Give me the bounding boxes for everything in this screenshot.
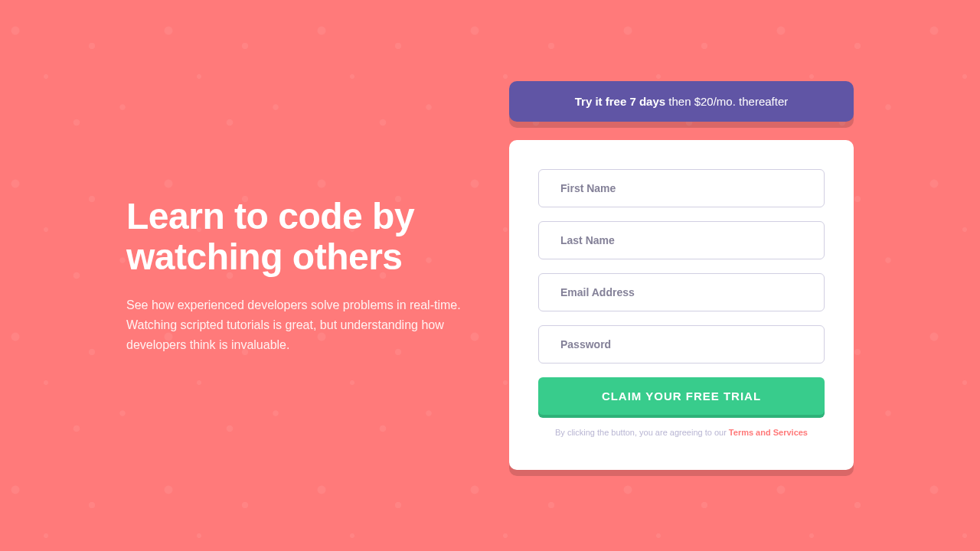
email-input[interactable] [538, 273, 825, 311]
last-name-input[interactable] [538, 221, 825, 259]
submit-button[interactable]: CLAIM YOUR FREE TRIAL [538, 377, 825, 415]
terms-link[interactable]: Terms and Services [729, 428, 808, 437]
offer-rest-text: then $20/mo. thereafter [665, 95, 788, 108]
signup-section: Try it free 7 days then $20/mo. thereaft… [509, 81, 854, 470]
hero-description: See how experienced developers solve pro… [126, 295, 471, 354]
signup-form-card: CLAIM YOUR FREE TRIAL By clicking the bu… [509, 140, 854, 470]
first-name-input[interactable] [538, 169, 825, 207]
offer-banner[interactable]: Try it free 7 days then $20/mo. thereaft… [509, 81, 854, 122]
password-input[interactable] [538, 325, 825, 364]
offer-bold-text: Try it free 7 days [575, 95, 665, 108]
hero-headline: Learn to code by watching others [126, 197, 471, 278]
terms-prefix: By clicking the button, you are agreeing… [555, 428, 729, 437]
terms-text: By clicking the button, you are agreeing… [538, 425, 825, 441]
main-container: Learn to code by watching others See how… [0, 0, 980, 551]
hero-section: Learn to code by watching others See how… [126, 197, 471, 354]
